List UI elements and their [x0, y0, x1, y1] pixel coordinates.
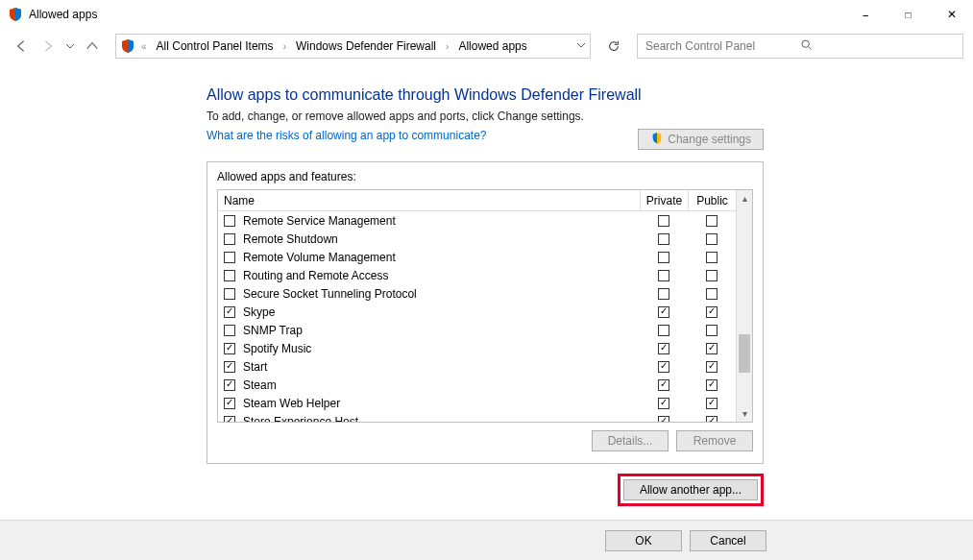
- public-checkbox[interactable]: [706, 325, 718, 336]
- panel-title: Allowed apps and features:: [217, 170, 753, 183]
- public-checkbox[interactable]: [706, 343, 718, 354]
- col-public[interactable]: Public: [688, 190, 736, 210]
- minimize-button[interactable]: ‒: [843, 0, 887, 29]
- enable-checkbox[interactable]: [224, 325, 235, 336]
- remove-button[interactable]: Remove: [676, 430, 753, 451]
- table-row[interactable]: Remote Shutdown: [218, 230, 736, 248]
- history-dropdown[interactable]: [63, 41, 77, 51]
- allow-another-app-button[interactable]: Allow another app...: [623, 479, 758, 500]
- app-name: Steam: [241, 378, 640, 392]
- enable-checkbox[interactable]: [224, 306, 235, 318]
- maximize-button[interactable]: □: [887, 0, 930, 29]
- public-checkbox[interactable]: [706, 306, 718, 318]
- enable-checkbox[interactable]: [224, 379, 235, 391]
- window-title: Allowed apps: [29, 8, 843, 21]
- table-row[interactable]: Steam: [218, 376, 736, 394]
- public-checkbox[interactable]: [706, 398, 718, 409]
- app-name: Start: [241, 360, 640, 374]
- private-checkbox[interactable]: [658, 343, 669, 354]
- private-checkbox[interactable]: [658, 288, 669, 300]
- chevron-right-icon: ›: [283, 41, 286, 52]
- app-name: Remote Service Management: [241, 214, 640, 228]
- scroll-thumb[interactable]: [739, 334, 750, 373]
- risk-link[interactable]: What are the risks of allowing an app to…: [207, 129, 486, 142]
- col-name[interactable]: Name: [224, 194, 640, 207]
- enable-checkbox[interactable]: [224, 343, 235, 354]
- public-checkbox[interactable]: [706, 270, 718, 281]
- chevron-right-icon: ›: [446, 41, 449, 52]
- private-checkbox[interactable]: [658, 416, 669, 423]
- private-checkbox[interactable]: [658, 306, 669, 318]
- navbar: « All Control Panel Items › Windows Defe…: [0, 29, 973, 63]
- app-name: Routing and Remote Access: [241, 269, 640, 282]
- public-checkbox[interactable]: [706, 215, 718, 227]
- refresh-button[interactable]: [602, 39, 625, 53]
- app-name: Steam Web Helper: [241, 397, 640, 410]
- private-checkbox[interactable]: [658, 325, 669, 336]
- shield-icon: [650, 132, 664, 148]
- table-row[interactable]: Store Experience Host: [218, 412, 736, 422]
- table-row[interactable]: Skype: [218, 303, 736, 321]
- public-checkbox[interactable]: [706, 361, 718, 373]
- private-checkbox[interactable]: [658, 361, 669, 373]
- crumb-allowed-apps[interactable]: Allowed apps: [454, 39, 530, 53]
- ok-button[interactable]: OK: [605, 530, 682, 551]
- enable-checkbox[interactable]: [224, 361, 235, 373]
- enable-checkbox[interactable]: [224, 416, 235, 423]
- forward-button[interactable]: [36, 35, 60, 58]
- up-button[interactable]: [81, 35, 104, 58]
- private-checkbox[interactable]: [658, 379, 669, 391]
- titlebar: Allowed apps ‒ □ ✕: [0, 0, 973, 29]
- public-checkbox[interactable]: [706, 233, 718, 245]
- enable-checkbox[interactable]: [224, 252, 235, 263]
- table-row[interactable]: Spotify Music: [218, 339, 736, 357]
- scrollbar[interactable]: ▴ ▾: [736, 190, 752, 422]
- app-name: Skype: [241, 305, 640, 319]
- search-input[interactable]: Search Control Panel: [637, 34, 963, 59]
- public-checkbox[interactable]: [706, 379, 718, 391]
- table-row[interactable]: Remote Service Management: [218, 211, 736, 230]
- table-row[interactable]: Routing and Remote Access: [218, 266, 736, 284]
- search-icon: [800, 38, 955, 54]
- table-row[interactable]: Secure Socket Tunneling Protocol: [218, 284, 736, 303]
- cancel-button[interactable]: Cancel: [690, 530, 766, 551]
- scroll-up-icon[interactable]: ▴: [737, 190, 752, 207]
- table-row[interactable]: Remote Volume Management: [218, 248, 736, 266]
- enable-checkbox[interactable]: [224, 270, 235, 281]
- breadcrumb-dropdown[interactable]: [576, 39, 586, 53]
- app-name: Remote Shutdown: [241, 232, 640, 246]
- col-private[interactable]: Private: [640, 190, 688, 210]
- table-header: Name Private Public: [218, 190, 736, 211]
- close-button[interactable]: ✕: [930, 0, 973, 29]
- crumb-all-items[interactable]: All Control Panel Items: [153, 39, 278, 53]
- table-row[interactable]: Steam Web Helper: [218, 394, 736, 412]
- enable-checkbox[interactable]: [224, 233, 235, 245]
- private-checkbox[interactable]: [658, 252, 669, 263]
- enable-checkbox[interactable]: [224, 398, 235, 409]
- footer: OK Cancel: [0, 520, 973, 560]
- details-button[interactable]: Details...: [592, 430, 669, 451]
- table-row[interactable]: Start: [218, 357, 736, 376]
- public-checkbox[interactable]: [706, 252, 718, 263]
- change-settings-button[interactable]: Change settings: [638, 129, 764, 150]
- chevron-left-icon: «: [141, 41, 147, 52]
- app-name: Spotify Music: [241, 342, 640, 355]
- svg-point-0: [802, 40, 809, 47]
- enable-checkbox[interactable]: [224, 288, 235, 300]
- firewall-crumb-icon: [120, 38, 135, 54]
- private-checkbox[interactable]: [658, 270, 669, 281]
- public-checkbox[interactable]: [706, 288, 718, 300]
- private-checkbox[interactable]: [658, 215, 669, 227]
- private-checkbox[interactable]: [658, 398, 669, 409]
- change-settings-label: Change settings: [668, 133, 751, 146]
- breadcrumb[interactable]: « All Control Panel Items › Windows Defe…: [115, 34, 591, 59]
- enable-checkbox[interactable]: [224, 215, 235, 227]
- private-checkbox[interactable]: [658, 233, 669, 245]
- scroll-down-icon[interactable]: ▾: [737, 405, 752, 422]
- apps-table: Name Private Public Remote Service Manag…: [217, 189, 753, 423]
- back-button[interactable]: [10, 35, 33, 58]
- table-row[interactable]: SNMP Trap: [218, 321, 736, 339]
- crumb-firewall[interactable]: Windows Defender Firewall: [292, 39, 440, 53]
- public-checkbox[interactable]: [706, 416, 718, 423]
- app-name: Store Experience Host: [241, 415, 640, 423]
